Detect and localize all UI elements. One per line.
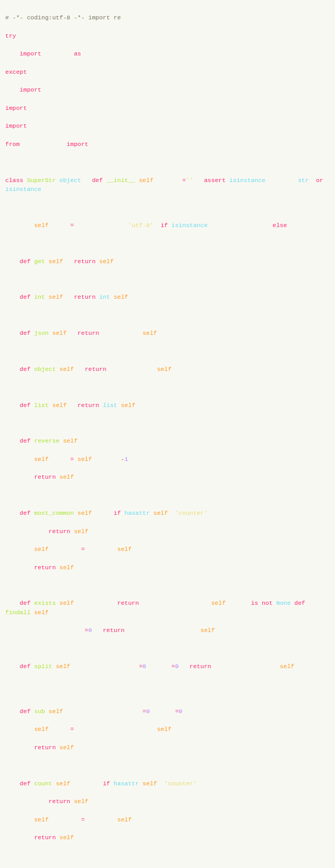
code-line: import pickle xyxy=(5,85,330,94)
code-line xyxy=(5,157,330,166)
code-line: from collections import Counter xyxy=(5,140,330,149)
code-line xyxy=(5,311,330,320)
code-line: except: xyxy=(5,67,330,76)
code-line: def most_common(self, n): if hasattr(sel… xyxy=(5,509,330,517)
code-line: self.counter = Counter(self._str) xyxy=(5,545,330,554)
code-line xyxy=(5,644,330,653)
code-line: self._str = self._str[::-1] xyxy=(5,455,330,464)
code-line xyxy=(5,347,330,356)
code-line: return self.counter.most_common(n) xyxy=(5,527,330,536)
code-line: def get(self): return self._str xyxy=(5,257,330,266)
code-line: # -*- coding:utf-8 -*- import re xyxy=(5,13,330,22)
code-line: (string, unicode) xyxy=(5,202,330,211)
code-line xyxy=(5,419,330,427)
code-line xyxy=(5,581,330,590)
code-line: def json(self): return json.loads(self._… xyxy=(5,329,330,337)
code-line xyxy=(5,851,330,860)
code-line: def object(self): return pickle.loads(se… xyxy=(5,365,330,374)
code-line: import json xyxy=(5,104,330,112)
code-line xyxy=(5,239,330,247)
code-line: return self xyxy=(5,472,330,481)
code-line xyxy=(5,275,330,284)
code-line: self._str = string.encode('utf-8') if is… xyxy=(5,221,330,230)
code-line: def split(self, pattern, maxsplit=0, fla… xyxy=(5,662,330,680)
code-line: pattern, flags=0): return re.findall(pat… xyxy=(5,626,330,635)
code-line xyxy=(5,689,330,698)
code-line: class SuperStr(object): def __init__(sel… xyxy=(5,176,330,194)
code-line: def exists(self, pattern): return re.sea… xyxy=(5,599,330,617)
code-line xyxy=(5,491,330,500)
code-line: import cPickle as pickle xyxy=(5,49,330,58)
code-line: def sub(self, pattern, repl, count=0, fl… xyxy=(5,707,330,716)
code-line xyxy=(5,761,330,770)
code-line: def int(self): return int(self._str) xyxy=(5,292,330,301)
code-line: return self xyxy=(5,743,330,752)
code-line: def list(self): return list(self._str) xyxy=(5,401,330,410)
code-line xyxy=(5,382,330,391)
code-line: self.counter = Counter(self._str) xyxy=(5,815,330,824)
code-line: def count(self, char): if hasattr(self, … xyxy=(5,779,330,788)
code-line: import itertools xyxy=(5,121,330,130)
code-line: return self.counter[char] xyxy=(5,833,330,842)
code-line: return self.counter.most_common(n) xyxy=(5,563,330,572)
code-editor: # -*- coding:utf-8 -*- import re try: im… xyxy=(0,0,335,868)
code-line: def reverse(self): xyxy=(5,436,330,445)
code-line: self._str = re.sub(pattern, repl, self._… xyxy=(5,725,330,734)
code-line: return self.counter[char] xyxy=(5,797,330,806)
code-line: try: xyxy=(5,31,330,40)
